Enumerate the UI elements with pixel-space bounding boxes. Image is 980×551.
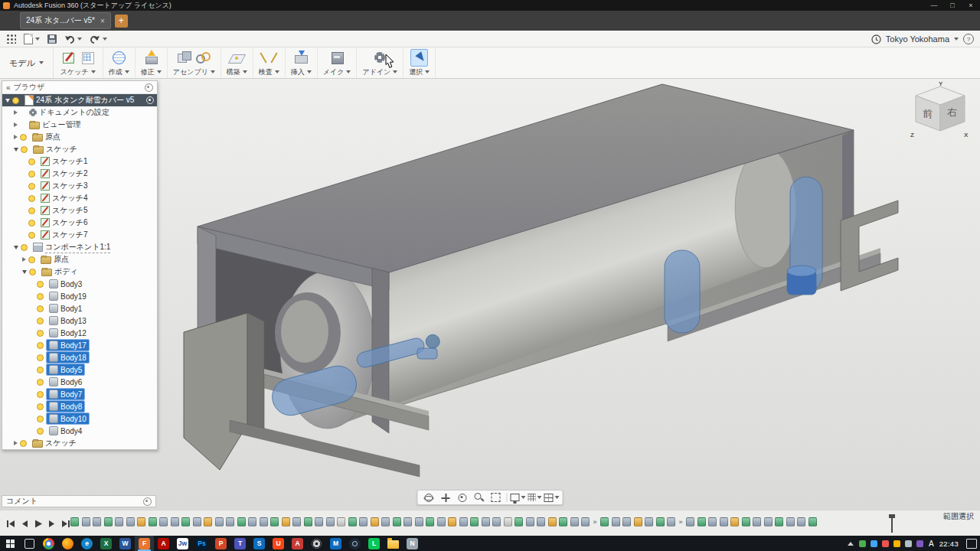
sketch-feature-icon[interactable] bbox=[426, 517, 434, 527]
task-view-taskbar-icon[interactable] bbox=[20, 536, 39, 551]
expander-icon[interactable] bbox=[5, 99, 10, 103]
expander-icon[interactable] bbox=[14, 441, 18, 445]
extrude-feature-icon[interactable] bbox=[612, 517, 620, 527]
firefox-taskbar-icon[interactable] bbox=[58, 536, 77, 551]
visibility-bulb-icon[interactable] bbox=[37, 367, 44, 373]
expander-icon[interactable] bbox=[14, 122, 18, 127]
expander-icon[interactable] bbox=[14, 246, 18, 249]
extrude-feature-icon[interactable] bbox=[492, 517, 501, 527]
visibility-bulb-icon[interactable] bbox=[37, 330, 44, 337]
undo-button[interactable] bbox=[64, 34, 82, 44]
job-status-clock-icon[interactable] bbox=[871, 34, 881, 44]
photoshop-taskbar-icon[interactable]: Ps bbox=[192, 536, 211, 551]
modify-feature-icon[interactable] bbox=[730, 517, 739, 527]
modify-feature-icon[interactable] bbox=[548, 517, 557, 527]
timeline-position-marker[interactable] bbox=[888, 514, 895, 533]
explorer-taskbar-icon[interactable] bbox=[384, 536, 403, 551]
tray-app-1-icon[interactable] bbox=[859, 540, 866, 547]
tree-item-body-10[interactable]: Body10 bbox=[2, 412, 157, 425]
extrude-feature-icon[interactable] bbox=[720, 517, 728, 527]
extrude-feature-icon[interactable] bbox=[126, 517, 135, 527]
sketch-feature-icon[interactable] bbox=[304, 517, 312, 527]
viewports-menu-button[interactable] bbox=[544, 491, 560, 504]
tree-item-sketch-6[interactable]: スケッチ6 bbox=[2, 217, 157, 229]
extrude-feature-icon[interactable] bbox=[193, 517, 201, 527]
extrude-feature-icon[interactable] bbox=[93, 517, 101, 527]
maximize-button[interactable]: □ bbox=[943, 0, 962, 11]
pan-button[interactable] bbox=[438, 491, 453, 504]
visibility-bulb-icon[interactable] bbox=[37, 391, 44, 398]
tree-item-body-13[interactable]: Body13 bbox=[2, 315, 157, 327]
tree-item-sketches[interactable]: スケッチ bbox=[2, 143, 157, 155]
extrude-feature-icon[interactable] bbox=[667, 517, 675, 527]
extrude-feature-icon[interactable] bbox=[248, 517, 256, 527]
tree-item-body-3[interactable]: Body3 bbox=[2, 278, 157, 290]
view-cube[interactable]: 前 右 Y Z X bbox=[910, 80, 971, 145]
data-panel-button[interactable] bbox=[6, 34, 16, 44]
visibility-bulb-icon[interactable] bbox=[29, 269, 36, 276]
comment-bar[interactable]: コメント bbox=[2, 495, 156, 507]
panel-options-icon[interactable] bbox=[145, 83, 153, 92]
visibility-bulb-icon[interactable] bbox=[37, 342, 44, 349]
press-pull-icon[interactable] bbox=[142, 49, 160, 67]
tree-item-sketches-2[interactable]: スケッチ bbox=[2, 437, 157, 449]
extrude-feature-icon[interactable] bbox=[526, 517, 534, 527]
addins-scripts-icon[interactable] bbox=[371, 49, 389, 67]
sketch-feature-icon[interactable] bbox=[470, 517, 479, 527]
modify-feature-icon[interactable] bbox=[371, 517, 379, 527]
extrude-feature-icon[interactable] bbox=[171, 517, 179, 527]
line-taskbar-icon[interactable]: L bbox=[364, 536, 384, 551]
tree-item-body-12[interactable]: Body12 bbox=[2, 327, 157, 339]
visibility-bulb-icon[interactable] bbox=[37, 403, 44, 410]
sketch-feature-icon[interactable] bbox=[697, 517, 706, 527]
insert-mesh-icon[interactable] bbox=[292, 49, 310, 67]
file-menu-button[interactable] bbox=[24, 34, 40, 44]
joint-icon[interactable] bbox=[194, 49, 212, 67]
play-button[interactable] bbox=[32, 519, 44, 529]
teams-taskbar-icon[interactable]: T bbox=[230, 536, 250, 551]
modify-feature-icon[interactable] bbox=[137, 517, 145, 527]
visibility-bulb-icon[interactable] bbox=[37, 305, 44, 312]
activate-radio-icon[interactable] bbox=[146, 96, 154, 104]
tab-close-icon[interactable]: × bbox=[100, 17, 105, 25]
sketch-feature-icon[interactable] bbox=[270, 517, 279, 527]
tree-item-body-1[interactable]: Body1 bbox=[2, 302, 157, 315]
new-component-icon[interactable] bbox=[175, 49, 193, 67]
expander-icon[interactable] bbox=[14, 110, 18, 115]
sketch-feature-icon[interactable] bbox=[656, 517, 665, 527]
tree-item-body-17[interactable]: Body17 bbox=[2, 339, 157, 351]
tree-item-sketch-1[interactable]: スケッチ1 bbox=[2, 155, 157, 168]
fit-button[interactable] bbox=[488, 491, 504, 504]
tray-app-2-icon[interactable] bbox=[871, 540, 877, 547]
action-center-icon[interactable] bbox=[966, 539, 977, 549]
tree-item-sketch-4[interactable]: スケッチ4 bbox=[2, 192, 157, 204]
make-print-icon[interactable] bbox=[328, 49, 346, 67]
tray-app-3-icon[interactable] bbox=[882, 540, 889, 547]
step-forward-button[interactable] bbox=[46, 519, 57, 529]
sketch-feature-icon[interactable] bbox=[393, 517, 401, 527]
extrude-feature-icon[interactable] bbox=[82, 517, 90, 527]
tree-item-body-4[interactable]: Body4 bbox=[2, 425, 157, 437]
extrude-feature-icon[interactable] bbox=[581, 517, 590, 527]
ime-indicator[interactable]: A bbox=[929, 540, 934, 548]
visibility-bulb-icon[interactable] bbox=[28, 207, 35, 214]
display-settings-menu-button[interactable] bbox=[511, 491, 526, 504]
extrude-feature-icon[interactable] bbox=[797, 517, 805, 527]
sketch-feature-icon[interactable] bbox=[237, 517, 246, 527]
redo-button[interactable] bbox=[90, 34, 107, 44]
modify-feature-icon[interactable] bbox=[282, 517, 290, 527]
steam-taskbar-icon[interactable] bbox=[345, 536, 364, 551]
sketch-menu[interactable]: スケッチ bbox=[60, 67, 96, 77]
taskbar-clock[interactable]: 22:43 bbox=[939, 540, 959, 548]
extrude-feature-icon[interactable] bbox=[292, 517, 301, 527]
modify-feature-icon[interactable] bbox=[448, 517, 456, 527]
sketch-feature-icon[interactable] bbox=[600, 517, 609, 527]
tray-app-5-icon[interactable] bbox=[905, 540, 912, 547]
sketch-tools-icon[interactable] bbox=[79, 49, 96, 67]
timeline-group-icon[interactable]: » bbox=[593, 518, 597, 526]
visibility-bulb-icon[interactable] bbox=[21, 244, 28, 251]
visibility-bulb-icon[interactable] bbox=[37, 293, 44, 300]
minimize-button[interactable]: — bbox=[925, 0, 943, 11]
panel-options-icon[interactable] bbox=[143, 497, 152, 506]
settings-taskbar-icon[interactable] bbox=[307, 536, 326, 551]
